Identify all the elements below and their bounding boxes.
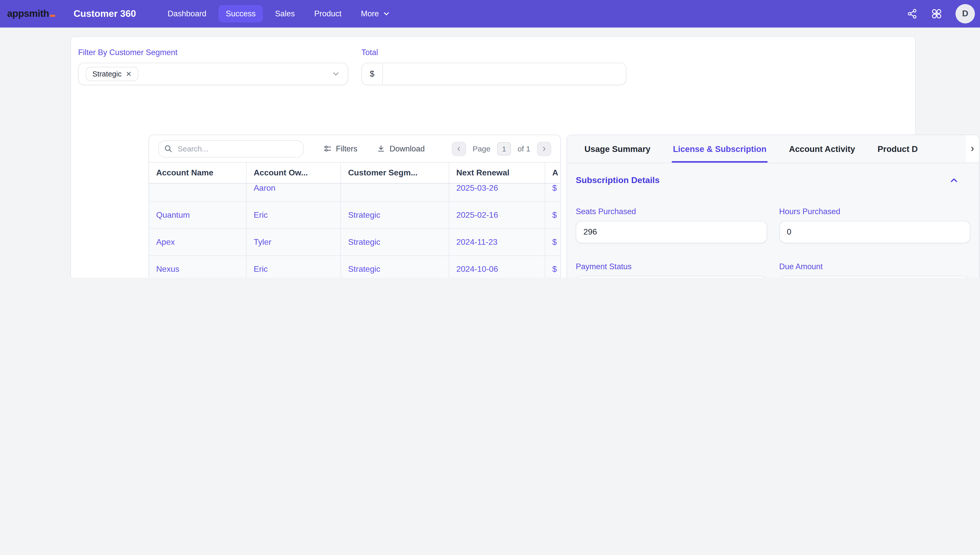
page-number-box[interactable]: 1 (497, 142, 511, 155)
cell-customer-segment[interactable]: Strategic (341, 229, 449, 255)
download-button[interactable]: Download (377, 144, 425, 153)
cell-account-name[interactable]: Apex (149, 229, 246, 255)
nav-item-product[interactable]: Product (307, 5, 349, 22)
table-toolbar: Filters Download Page 1 of 1 (149, 135, 560, 162)
apps-icon[interactable] (931, 8, 942, 19)
tab-usage-summary[interactable]: Usage Summary (584, 135, 650, 163)
chevron-left-icon (455, 145, 462, 152)
next-page-button[interactable] (537, 141, 551, 156)
section-title: Subscription Details (576, 175, 660, 186)
pagination: Page 1 of 1 (452, 141, 551, 156)
currency-prefix: $ (362, 63, 383, 85)
cell-next-renewal[interactable]: 2024-11-23 (449, 229, 545, 255)
page-of-label: of 1 (518, 144, 530, 153)
tabs-overflow-button[interactable] (966, 135, 979, 162)
field-label: Due Amount (779, 262, 970, 271)
fields-grid: Seats Purchased296Hours Purchased0Paymen… (576, 207, 970, 278)
selected-segment-tag: Strategic ✕ (86, 67, 138, 81)
cell-customer-segment[interactable]: Strategic (341, 202, 449, 228)
cell-arr[interactable]: $ (545, 229, 560, 255)
nav-item-label: Success (226, 9, 256, 18)
chevron-right-icon (969, 145, 976, 152)
cell-account-name[interactable] (149, 183, 246, 201)
column-header[interactable]: Account Name (149, 163, 246, 183)
total-label: Total (361, 48, 378, 56)
total-group: Total $ (361, 48, 626, 85)
total-input[interactable] (383, 63, 626, 85)
nav-item-sales[interactable]: Sales (268, 5, 302, 22)
tab-product-d[interactable]: Product D (878, 135, 918, 163)
segment-multiselect[interactable]: Strategic ✕ (78, 63, 348, 85)
appsmith-logo: appsmith (7, 8, 55, 19)
tab-license-subscription[interactable]: License & Subscription (673, 135, 767, 163)
column-header[interactable]: Next Renewal (449, 163, 545, 183)
field-group: Hours Purchased0 (779, 207, 970, 243)
cell-customer-segment[interactable] (341, 183, 449, 201)
filters-button[interactable]: Filters (323, 144, 357, 153)
app-title: Customer 360 (74, 8, 136, 19)
collapse-section-button[interactable] (949, 175, 959, 186)
table-row[interactable]: QuantumEricStrategic2025-02-16$ (149, 202, 560, 229)
detail-tabs: Usage SummaryLicense & SubscriptionAccou… (567, 135, 979, 163)
segment-filter-label: Filter By Customer Segment (78, 48, 177, 56)
section-subscription-details: Subscription DetailsSeats Purchased296Ho… (576, 175, 970, 278)
field-input-seats-purchased[interactable]: 296 (576, 221, 767, 243)
field-group: Due Amount7828000 (779, 262, 970, 278)
cell-arr[interactable]: $ (545, 183, 560, 201)
avatar-initial: D (962, 9, 969, 19)
field-group: Payment StatusDUE (576, 262, 767, 278)
table-row[interactable]: ApexTylerStrategic2024-11-23$ (149, 229, 560, 256)
account-detail-panel: Usage SummaryLicense & SubscriptionAccou… (566, 135, 980, 278)
download-icon (377, 144, 385, 153)
field-label: Hours Purchased (779, 207, 970, 216)
nav-item-dashboard[interactable]: Dashboard (161, 5, 214, 22)
accounts-table-card: Filters Download Page 1 of 1 (148, 135, 561, 278)
cell-arr[interactable]: $ (545, 202, 560, 228)
field-input-due-amount[interactable]: 7828000 (779, 276, 970, 278)
selected-segment-tag-label: Strategic (92, 70, 121, 78)
prev-page-button[interactable] (452, 141, 466, 156)
cell-next-renewal[interactable]: 2025-02-16 (449, 202, 545, 228)
top-bar: appsmith Customer 360 DashboardSuccessSa… (0, 0, 980, 27)
cell-arr[interactable]: $ (545, 256, 560, 278)
page-canvas: Filter By Customer Segment Strategic ✕ T… (71, 36, 916, 278)
column-header[interactable]: A (545, 163, 560, 183)
app-root: appsmith Customer 360 DashboardSuccessSa… (0, 0, 980, 278)
cell-account-name[interactable]: Quantum (149, 202, 246, 228)
panel-content: Subscription DetailsSeats Purchased296Ho… (567, 163, 979, 278)
cell-account-owner[interactable]: Aaron (246, 183, 341, 201)
cell-account-owner[interactable]: Eric (246, 256, 341, 278)
search-input[interactable] (177, 144, 298, 154)
table-row[interactable]: Aaron2025-03-26$ (149, 183, 560, 202)
total-input-wrap: $ (361, 63, 626, 85)
table-body: Aaron2025-03-26$QuantumEricStrategic2025… (149, 183, 560, 278)
table-search-box (158, 140, 304, 157)
cell-account-owner[interactable]: Tyler (246, 229, 341, 255)
share-icon[interactable] (906, 8, 918, 19)
field-group: Seats Purchased296 (576, 207, 767, 243)
table-row[interactable]: NexusEricStrategic2024-10-06$ (149, 256, 560, 278)
column-header[interactable]: Customer Segm... (341, 163, 449, 183)
tab-account-activity[interactable]: Account Activity (789, 135, 855, 163)
chevron-up-icon (949, 175, 959, 186)
column-header[interactable]: Account Ow... (246, 163, 341, 183)
field-label: Seats Purchased (576, 207, 767, 216)
user-avatar[interactable]: D (956, 4, 975, 24)
cell-account-name[interactable]: Nexus (149, 256, 246, 278)
cell-customer-segment[interactable]: Strategic (341, 256, 449, 278)
chevron-down-icon (383, 10, 391, 18)
cell-next-renewal[interactable]: 2024-10-06 (449, 256, 545, 278)
nav-item-more[interactable]: More (354, 5, 398, 22)
nav-item-success[interactable]: Success (219, 5, 263, 22)
remove-tag-icon[interactable]: ✕ (126, 71, 132, 77)
field-input-hours-purchased[interactable]: 0 (779, 221, 970, 243)
cell-account-owner[interactable]: Eric (246, 202, 341, 228)
nav-item-label: More (361, 9, 379, 18)
filters-button-label: Filters (336, 144, 357, 153)
download-button-label: Download (389, 144, 425, 153)
field-input-payment-status[interactable]: DUE (576, 276, 767, 278)
chevron-down-icon[interactable] (331, 69, 340, 79)
segment-filter-group: Filter By Customer Segment Strategic ✕ (78, 48, 348, 85)
filter-row: Filter By Customer Segment Strategic ✕ T… (78, 48, 626, 85)
cell-next-renewal[interactable]: 2025-03-26 (449, 183, 545, 201)
